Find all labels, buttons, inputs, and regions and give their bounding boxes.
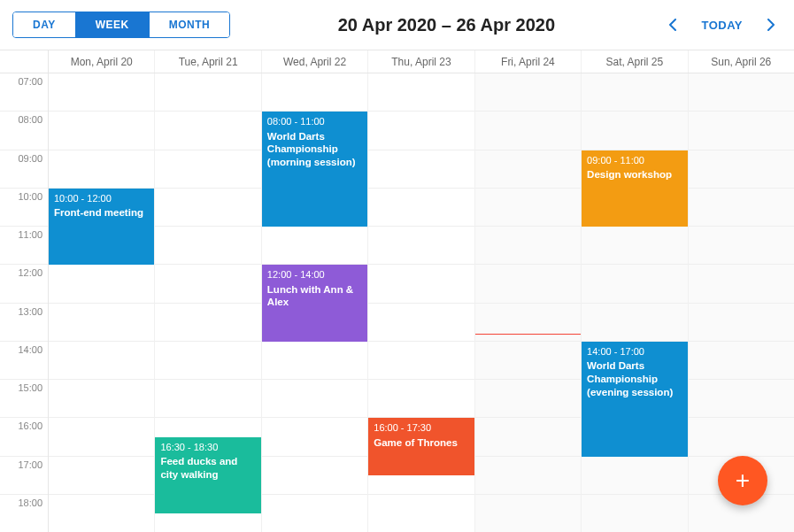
- hour-cell[interactable]: [582, 304, 687, 342]
- day-header-row: Mon, April 20Tue, April 21Wed, April 22T…: [0, 50, 794, 73]
- day-column[interactable]: 16:00 - 17:30Game of Thrones: [368, 73, 474, 532]
- plus-icon: +: [736, 466, 750, 495]
- hour-cell[interactable]: [155, 380, 260, 418]
- event-time: 14:00 - 17:00: [587, 345, 682, 358]
- event-time: 12:00 - 14:00: [267, 268, 362, 281]
- hour-cell[interactable]: [262, 227, 367, 265]
- hour-cell[interactable]: [689, 380, 794, 418]
- hour-cell[interactable]: [49, 112, 154, 150]
- hour-cell[interactable]: [582, 265, 687, 303]
- hour-cell[interactable]: [582, 457, 687, 495]
- hour-cell[interactable]: [49, 495, 154, 532]
- grid-body[interactable]: 07:0008:0009:0010:0011:0012:0013:0014:00…: [0, 73, 794, 532]
- add-event-fab[interactable]: +: [718, 456, 767, 505]
- hour-cell[interactable]: [49, 457, 154, 495]
- hour-cell[interactable]: [155, 73, 260, 112]
- hour-cell[interactable]: [368, 112, 474, 150]
- event[interactable]: 16:30 - 18:30Feed ducks and city walking: [155, 437, 260, 514]
- hour-cell[interactable]: [582, 73, 687, 112]
- hour-cell[interactable]: [155, 227, 260, 265]
- hour-cell[interactable]: [368, 495, 474, 532]
- hour-cell[interactable]: [368, 150, 474, 189]
- hour-cell[interactable]: [368, 380, 474, 418]
- hour-cell[interactable]: [689, 150, 794, 189]
- hour-cell[interactable]: [689, 265, 794, 303]
- event[interactable]: 08:00 - 11:00World Darts Championship (m…: [262, 112, 367, 227]
- hour-cell[interactable]: [262, 418, 367, 456]
- hour-cell[interactable]: [582, 227, 687, 265]
- hour-cell[interactable]: [368, 265, 474, 303]
- hour-cell[interactable]: [155, 304, 260, 342]
- hour-cell[interactable]: [475, 380, 581, 418]
- day-column[interactable]: 16:30 - 18:30Feed ducks and city walking: [155, 73, 261, 532]
- hour-cell[interactable]: [689, 227, 794, 265]
- hour-cell[interactable]: [262, 380, 367, 418]
- day-column[interactable]: 09:00 - 11:00Design workshop14:00 - 17:0…: [582, 73, 688, 532]
- hour-cell[interactable]: [368, 304, 474, 342]
- hour-cell[interactable]: [49, 265, 154, 303]
- event[interactable]: 10:00 - 12:00Front-end meeting: [49, 189, 154, 266]
- event[interactable]: 12:00 - 14:00Lunch with Ann & Alex: [262, 265, 367, 342]
- hour-cell[interactable]: [475, 342, 581, 380]
- view-day-button[interactable]: DAY: [13, 12, 75, 37]
- hour-cell[interactable]: [49, 304, 154, 342]
- hour-cell[interactable]: [49, 380, 154, 418]
- hour-cell[interactable]: [689, 342, 794, 380]
- hour-cell[interactable]: [368, 189, 474, 227]
- hour-cell[interactable]: [155, 189, 260, 227]
- hour-cell[interactable]: [475, 495, 581, 532]
- calendar: Mon, April 20Tue, April 21Wed, April 22T…: [0, 50, 794, 532]
- hour-label: 13:00: [0, 304, 48, 342]
- hour-cell[interactable]: [368, 227, 474, 265]
- hour-label: 15:00: [0, 380, 48, 418]
- current-time-indicator: [475, 334, 581, 335]
- hour-cell[interactable]: [475, 265, 581, 303]
- prev-week-button[interactable]: [662, 14, 683, 35]
- hour-cell[interactable]: [49, 342, 154, 380]
- day-column[interactable]: 08:00 - 11:00World Darts Championship (m…: [262, 73, 368, 532]
- hour-cell[interactable]: [368, 73, 474, 112]
- hour-cell[interactable]: [475, 150, 581, 189]
- hour-cell[interactable]: [475, 227, 581, 265]
- event[interactable]: 09:00 - 11:00Design workshop: [582, 150, 687, 227]
- hour-cell[interactable]: [689, 73, 794, 112]
- hour-cell[interactable]: [49, 150, 154, 189]
- hour-cell[interactable]: [475, 418, 581, 456]
- hour-cell[interactable]: [689, 418, 794, 456]
- view-week-button[interactable]: WEEK: [75, 12, 149, 37]
- hour-cell[interactable]: [49, 73, 154, 112]
- hour-cell[interactable]: [262, 342, 367, 380]
- hour-cell[interactable]: [155, 112, 260, 150]
- hour-cell[interactable]: [368, 342, 474, 380]
- day-column[interactable]: [475, 73, 582, 532]
- hour-cell[interactable]: [475, 304, 581, 342]
- today-button[interactable]: TODAY: [696, 15, 748, 35]
- event[interactable]: 14:00 - 17:00World Darts Championship (e…: [582, 342, 687, 457]
- hour-cell[interactable]: [582, 112, 687, 150]
- hour-cell[interactable]: [155, 265, 260, 303]
- hour-cell[interactable]: [689, 112, 794, 150]
- hour-cell[interactable]: [49, 418, 154, 456]
- day-header: Mon, April 20: [49, 50, 155, 73]
- hour-cell[interactable]: [475, 457, 581, 495]
- day-header: Sat, April 25: [582, 50, 688, 73]
- event-title: World Darts Championship (evening sessio…: [587, 359, 682, 399]
- hour-cell[interactable]: [475, 189, 581, 227]
- hour-cell[interactable]: [262, 457, 367, 495]
- hour-cell[interactable]: [582, 495, 687, 532]
- hour-label: 18:00: [0, 495, 48, 532]
- view-switch: DAY WEEK MONTH: [12, 12, 230, 38]
- hour-cell[interactable]: [475, 73, 581, 112]
- hour-cell[interactable]: [155, 342, 260, 380]
- hour-cell[interactable]: [689, 189, 794, 227]
- hour-cell[interactable]: [689, 304, 794, 342]
- view-month-button[interactable]: MONTH: [149, 12, 230, 37]
- event[interactable]: 16:00 - 17:30Game of Thrones: [368, 418, 474, 475]
- hour-cell[interactable]: [262, 73, 367, 112]
- next-week-button[interactable]: [760, 14, 782, 35]
- days-area[interactable]: 10:00 - 12:00Front-end meeting16:30 - 18…: [49, 73, 794, 532]
- hour-cell[interactable]: [155, 150, 260, 189]
- hour-cell[interactable]: [475, 112, 581, 150]
- hour-cell[interactable]: [262, 495, 367, 532]
- day-column[interactable]: 10:00 - 12:00Front-end meeting: [49, 73, 155, 532]
